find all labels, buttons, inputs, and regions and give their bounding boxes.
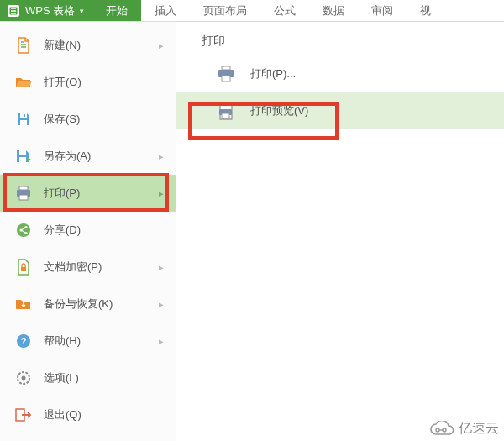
- panel-item-print[interactable]: 打印(P)...: [202, 55, 504, 92]
- tab-data[interactable]: 数据: [309, 0, 358, 21]
- sidebar-item-open[interactable]: 打开(O): [0, 64, 176, 101]
- print-icon: [15, 185, 32, 202]
- sidebar-item-label: 另存为(A): [44, 149, 159, 164]
- svg-point-28: [436, 428, 439, 432]
- svg-point-11: [17, 223, 30, 237]
- sidebar-item-print[interactable]: 打印(P) ▸: [0, 175, 176, 212]
- help-icon: ?: [15, 333, 32, 349]
- file-new-icon: [15, 37, 32, 54]
- print-icon: [217, 65, 235, 83]
- svg-rect-7: [19, 186, 28, 190]
- cloud-icon: [428, 421, 455, 438]
- tab-formula[interactable]: 公式: [260, 0, 309, 21]
- chevron-right-icon: ▸: [159, 262, 169, 273]
- sidebar-item-label: 备份与恢复(K): [44, 297, 159, 312]
- app-dropdown-icon: ▾: [80, 7, 84, 15]
- folder-open-icon: [15, 74, 32, 91]
- panel-title: 打印: [202, 34, 504, 49]
- chevron-right-icon: ▸: [159, 188, 169, 199]
- svg-point-19: [22, 376, 26, 381]
- sidebar-item-label: 打开(O): [44, 75, 169, 90]
- svg-rect-23: [222, 76, 230, 81]
- chevron-right-icon: ▸: [159, 40, 169, 51]
- app-badge[interactable]: WPS 表格 ▾: [0, 0, 92, 21]
- chevron-right-icon: ▸: [159, 336, 169, 347]
- backup-icon: [15, 296, 32, 312]
- top-bar: WPS 表格 ▾ 开始 插入 页面布局 公式 数据 审阅 视: [0, 0, 504, 22]
- svg-rect-3: [20, 120, 27, 125]
- content-area: 新建(N) ▸ 打开(O) 保存(S) 另存为(A) ▸: [0, 22, 504, 441]
- sidebar-item-label: 分享(D): [44, 223, 169, 238]
- save-icon: [15, 111, 32, 128]
- chevron-right-icon: ▸: [159, 151, 169, 162]
- tab-page-layout[interactable]: 页面布局: [190, 0, 260, 21]
- panel-item-label: 打印(P)...: [250, 66, 296, 81]
- sidebar-item-help[interactable]: ? 帮助(H) ▸: [0, 323, 176, 360]
- chevron-right-icon: ▸: [159, 299, 169, 310]
- sidebar-item-label: 帮助(H): [44, 333, 159, 349]
- svg-rect-26: [222, 113, 229, 118]
- gear-icon: [15, 370, 32, 386]
- svg-point-29: [443, 428, 446, 432]
- sidebar-item-label: 退出(Q): [44, 407, 169, 423]
- panel-item-print-preview[interactable]: 打印预览(V): [176, 92, 504, 129]
- watermark: 亿速云: [428, 420, 499, 438]
- sidebar-item-backup[interactable]: 备份与恢复(K) ▸: [0, 286, 176, 323]
- svg-point-27: [228, 111, 230, 113]
- tab-start[interactable]: 开始: [92, 0, 141, 21]
- sidebar-item-options[interactable]: 选项(L): [0, 360, 176, 396]
- svg-point-24: [230, 71, 232, 73]
- sidebar-item-label: 打印(P): [44, 186, 159, 201]
- watermark-text: 亿速云: [459, 420, 499, 438]
- sidebar-item-share[interactable]: 分享(D): [0, 212, 176, 249]
- sidebar-item-label: 文档加密(P): [44, 260, 159, 275]
- panel-item-label: 打印预览(V): [250, 103, 308, 118]
- svg-rect-15: [21, 267, 26, 271]
- sidebar-item-label: 新建(N): [44, 38, 159, 53]
- svg-rect-21: [222, 66, 230, 70]
- svg-rect-6: [19, 157, 26, 162]
- encrypt-icon: [15, 259, 32, 276]
- svg-rect-4: [24, 114, 25, 117]
- sidebar-item-label: 保存(S): [44, 112, 169, 127]
- sidebar-item-new[interactable]: 新建(N) ▸: [0, 27, 176, 64]
- tab-view[interactable]: 视: [407, 0, 444, 21]
- print-preview-icon: [217, 102, 235, 120]
- tab-insert[interactable]: 插入: [141, 0, 190, 21]
- svg-rect-5: [19, 150, 26, 155]
- file-menu-sidebar: 新建(N) ▸ 打开(O) 保存(S) 另存为(A) ▸: [0, 22, 176, 441]
- exit-icon: [15, 407, 32, 423]
- tab-review[interactable]: 审阅: [358, 0, 407, 21]
- app-logo-icon: [7, 4, 20, 18]
- svg-text:?: ?: [21, 336, 27, 346]
- app-name: WPS 表格: [25, 3, 75, 18]
- save-as-icon: [15, 148, 32, 165]
- sidebar-item-encrypt[interactable]: 文档加密(P) ▸: [0, 249, 176, 286]
- svg-point-10: [27, 192, 29, 193]
- sidebar-item-save[interactable]: 保存(S): [0, 101, 176, 138]
- submenu-panel: 打印 打印(P)... 打印预览(V): [176, 22, 504, 441]
- svg-rect-9: [19, 195, 28, 200]
- sidebar-item-save-as[interactable]: 另存为(A) ▸: [0, 138, 176, 175]
- share-icon: [15, 222, 32, 239]
- sidebar-item-label: 选项(L): [44, 370, 169, 386]
- sidebar-item-exit[interactable]: 退出(Q): [0, 396, 176, 433]
